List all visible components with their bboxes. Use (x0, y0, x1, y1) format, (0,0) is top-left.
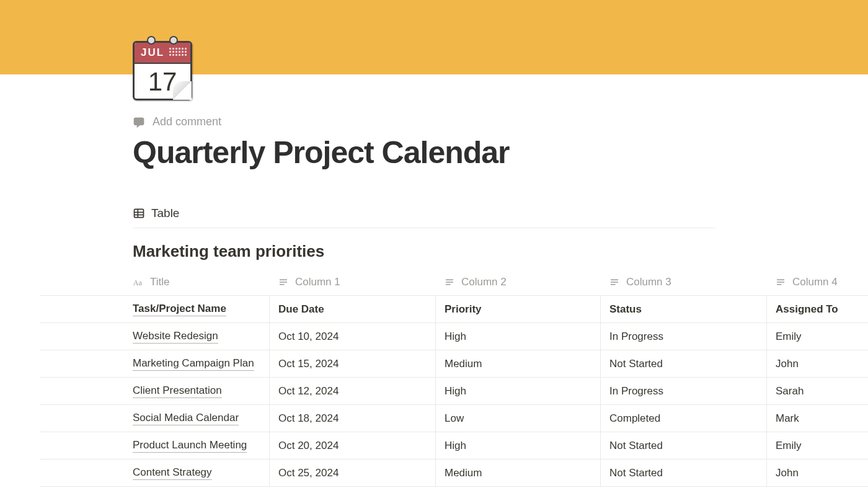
text-property-icon (609, 277, 620, 288)
cell-column-1[interactable]: Oct 20, 2024 (269, 432, 435, 459)
svg-rect-1 (135, 209, 144, 217)
cell-title[interactable]: Product Launch Meeting (40, 439, 269, 453)
cell-column-2[interactable]: High (435, 378, 600, 404)
page-title[interactable]: Quarterly Project Calendar (133, 135, 868, 171)
cell-column-1[interactable]: Oct 12, 2024 (269, 378, 435, 404)
cell-column-1[interactable]: Oct 10, 2024 (269, 323, 435, 350)
database-title[interactable]: Marketing team priorities (133, 242, 868, 261)
cell-column-3[interactable]: Completed (600, 405, 766, 432)
cell-column-2[interactable]: Medium (435, 350, 600, 377)
cell-column-2[interactable]: Medium (435, 460, 600, 486)
tab-table[interactable]: Table (133, 207, 179, 220)
cell-column-3[interactable]: In Progress (600, 378, 766, 404)
cell-column-4[interactable]: Assigned To (766, 296, 868, 322)
text-property-icon (444, 277, 455, 288)
cell-column-2[interactable]: High (435, 432, 600, 459)
table-header-row: Aa Title Column 1 Column 2 Column 3 Colu… (40, 269, 868, 296)
cell-column-2[interactable]: High (435, 323, 600, 350)
cell-column-1[interactable]: Oct 18, 2024 (269, 405, 435, 432)
svg-rect-0 (134, 117, 144, 125)
table-row[interactable]: Social Media CalendarOct 18, 2024LowComp… (40, 405, 868, 432)
cell-column-3[interactable]: Not Started (600, 460, 766, 486)
cell-column-4[interactable]: Emily (766, 323, 868, 350)
cell-column-3[interactable]: In Progress (600, 323, 766, 350)
table-row[interactable]: Client PresentationOct 12, 2024HighIn Pr… (40, 378, 868, 405)
add-comment-button[interactable]: Add comment (133, 115, 221, 128)
tab-table-label: Table (151, 207, 179, 220)
table-icon (133, 207, 145, 220)
table-row[interactable]: Product Launch MeetingOct 20, 2024HighNo… (40, 432, 868, 460)
view-tabs: Table (133, 207, 715, 228)
database-table: Aa Title Column 1 Column 2 Column 3 Colu… (40, 269, 868, 487)
calendar-icon-month: JUL (141, 47, 164, 59)
cell-title[interactable]: Task/Project Name (40, 303, 269, 316)
text-property-icon (775, 277, 786, 288)
page-banner[interactable] (0, 0, 868, 74)
table-row[interactable]: Task/Project NameDue DatePriorityStatusA… (40, 296, 868, 323)
title-property-icon: Aa (133, 277, 144, 288)
cell-title[interactable]: Marketing Campaign Plan (40, 357, 269, 371)
cell-column-1[interactable]: Due Date (269, 296, 435, 322)
cell-title[interactable]: Client Presentation (40, 384, 269, 398)
cell-title[interactable]: Website Redesign (40, 330, 269, 344)
column-header-title[interactable]: Aa Title (40, 276, 269, 288)
table-row[interactable]: Marketing Campaign PlanOct 15, 2024Mediu… (40, 350, 868, 378)
column-header-4[interactable]: Column 4 (766, 269, 868, 295)
cell-column-4[interactable]: Sarah (766, 378, 868, 404)
cell-column-4[interactable]: Mark (766, 405, 868, 432)
svg-text:Aa: Aa (133, 278, 143, 286)
add-comment-label: Add comment (153, 115, 221, 128)
cell-column-4[interactable]: John (766, 460, 868, 486)
cell-column-1[interactable]: Oct 25, 2024 (269, 460, 435, 486)
cell-column-1[interactable]: Oct 15, 2024 (269, 350, 435, 377)
cell-title[interactable]: Social Media Calendar (40, 412, 269, 425)
column-header-1[interactable]: Column 1 (269, 269, 435, 295)
text-property-icon (278, 277, 289, 288)
cell-column-2[interactable]: Priority (435, 296, 600, 322)
cell-title[interactable]: Content Strategy (40, 466, 269, 480)
table-row[interactable]: Content StrategyOct 25, 2024MediumNot St… (40, 460, 868, 487)
cell-column-4[interactable]: John (766, 350, 868, 377)
cell-column-4[interactable]: Emily (766, 432, 868, 459)
cell-column-3[interactable]: Not Started (600, 350, 766, 377)
comment-icon (133, 116, 145, 128)
table-row[interactable]: Website RedesignOct 10, 2024HighIn Progr… (40, 323, 868, 350)
page-icon-calendar[interactable]: JUL 17 (133, 41, 197, 105)
column-header-2[interactable]: Column 2 (435, 269, 600, 295)
cell-column-3[interactable]: Status (600, 296, 766, 322)
cell-column-2[interactable]: Low (435, 405, 600, 432)
cell-column-3[interactable]: Not Started (600, 432, 766, 459)
column-header-3[interactable]: Column 3 (600, 269, 766, 295)
